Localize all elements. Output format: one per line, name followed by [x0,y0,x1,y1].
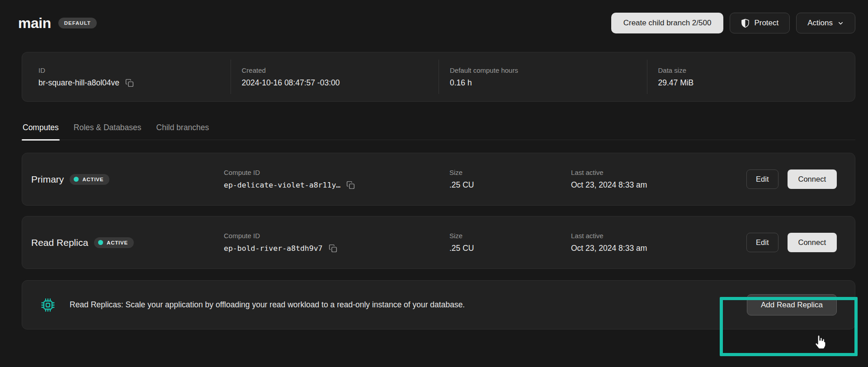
compute-row-primary: Primary ACTIVE Compute ID ep-delicate-vi… [22,153,855,206]
create-child-branch-button[interactable]: Create child branch 2/500 [611,13,724,33]
connect-button[interactable]: Connect [788,233,837,252]
compute-name: Primary [31,174,64,185]
compute-row-read-replica: Read Replica ACTIVE Compute ID ep-bold-r… [22,216,855,269]
data-size-label: Data size [658,66,855,74]
branch-info-card: ID br-square-hill-a8ol04ve Created 2024-… [22,52,855,102]
add-read-replica-button[interactable]: Add Read Replica [747,294,837,315]
chip-icon [40,297,56,313]
created-value: 2024-10-16 08:47:57 -03:00 [242,78,340,88]
size-value: .25 CU [449,180,474,190]
protect-button-label: Protect [754,19,778,28]
tab-child-branches[interactable]: Child branches [156,123,210,140]
active-dot-icon [98,240,103,245]
status-text: ACTIVE [107,240,128,245]
tab-bar: Computes Roles & Databases Child branche… [22,123,855,140]
copy-icon [346,180,355,190]
copy-icon [125,78,134,88]
compute-id-label: Compute ID [224,232,449,240]
connect-button[interactable]: Connect [788,169,837,189]
size-label: Size [449,169,571,176]
created-field: Created 2024-10-16 08:47:57 -03:00 [231,60,439,94]
last-active-value: Oct 23, 2024 8:33 am [571,244,647,253]
active-dot-icon [74,177,79,182]
status-badge: ACTIVE [70,174,109,185]
copy-compute-id-button[interactable] [346,180,355,190]
branch-title-group: main DEFAULT [18,15,97,32]
last-active-label: Last active [571,232,746,240]
size-field: Size .25 CU [449,232,571,253]
actions-button[interactable]: Actions [796,13,855,33]
copy-compute-id-button[interactable] [328,244,338,253]
tab-computes[interactable]: Computes [22,123,60,140]
page-title: main [18,15,51,32]
copy-icon [328,244,338,253]
branch-id-value: br-square-hill-a8ol04ve [38,78,119,88]
data-size-value: 29.47 MiB [658,78,694,88]
banner-message: Read Replicas: Scale your application by… [70,300,747,310]
last-active-field: Last active Oct 23, 2024 8:33 am [571,169,746,190]
size-label: Size [449,232,571,240]
tab-roles-databases[interactable]: Roles & Databases [73,123,142,140]
branch-id-label: ID [38,66,231,74]
cursor-pointer-icon [813,334,827,352]
branch-id-field: ID br-square-hill-a8ol04ve [22,60,231,94]
topbar-actions: Create child branch 2/500 Protect Action… [611,13,855,33]
last-active-field: Last active Oct 23, 2024 8:33 am [571,232,746,253]
compute-hours-label: Default compute hours [450,66,647,74]
compute-id-field: Compute ID ep-bold-river-a8tdh9v7 [224,232,449,253]
copy-branch-id-button[interactable] [125,78,134,88]
chevron-down-icon [837,20,844,27]
created-label: Created [242,66,439,74]
read-replica-banner: Read Replicas: Scale your application by… [22,280,855,329]
protect-button[interactable]: Protect [730,13,790,33]
compute-id-field: Compute ID ep-delicate-violet-a8r11y… [224,169,449,190]
compute-hours-field: Default compute hours 0.16 h [439,60,647,94]
status-text: ACTIVE [82,177,104,182]
compute-name: Read Replica [31,237,88,248]
last-active-label: Last active [571,169,746,176]
last-active-value: Oct 23, 2024 8:33 am [571,180,647,190]
compute-id-value: ep-delicate-violet-a8r11y… [224,181,340,189]
actions-button-label: Actions [807,19,833,28]
shield-icon [741,19,750,28]
topbar: main DEFAULT Create child branch 2/500 P… [0,0,868,33]
compute-hours-value: 0.16 h [450,78,472,88]
size-field: Size .25 CU [449,169,571,190]
compute-id-label: Compute ID [224,169,449,176]
edit-button[interactable]: Edit [746,169,778,189]
size-value: .25 CU [449,244,474,253]
compute-id-value: ep-bold-river-a8tdh9v7 [224,244,323,253]
default-badge: DEFAULT [58,18,97,28]
data-size-field: Data size 29.47 MiB [647,60,855,94]
edit-button[interactable]: Edit [746,233,778,252]
status-badge: ACTIVE [94,237,134,248]
